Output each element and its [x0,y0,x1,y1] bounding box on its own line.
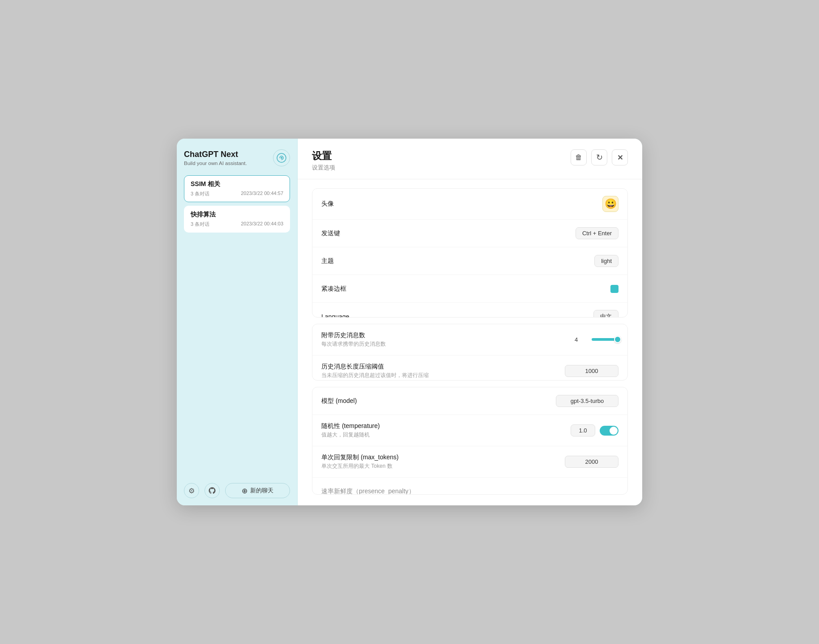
settings-section-model: 模型 (model) 随机性 (temperature) 值越大，回复越随机 [312,387,628,495]
max-tokens-label-block: 单次回复限制 (max_tokens) 单次交互所用的最大 Token 数 [321,453,399,470]
chat-item-count: 3 条对话 [191,221,209,228]
sidebar-footer: ⚙ ⊕ 新的聊天 [184,478,290,498]
settings-row-send-key: 发送键 Ctrl + Enter [312,220,627,247]
theme-chip[interactable]: light [594,255,619,267]
max-tokens-value [565,456,619,468]
presence-penalty-label: 速率新鲜度（presence_penalty） [321,487,415,495]
settings-row-max-tokens: 单次回复限制 (max_tokens) 单次交互所用的最大 Token 数 [312,446,627,478]
settings-title-block: 设置 设置选项 [312,149,335,172]
history-count-value: 4 [575,336,619,343]
history-count-sublabel: 每次请求携带的历史消息数 [321,340,386,348]
settings-title: 设置 [312,149,335,163]
compact-border-label: 紧凑边框 [321,285,346,293]
history-count-number: 4 [575,336,587,343]
settings-subtitle: 设置选项 [312,164,335,172]
sidebar-brand: ChatGPT Next Build your own AI assistant… [184,150,247,166]
history-compress-label-block: 历史消息长度压缩阈值 当未压缩的历史消息超过该值时，将进行压缩 [321,363,429,379]
model-input[interactable] [556,395,619,407]
settings-icon-button[interactable]: ⚙ [184,483,199,498]
chat-item[interactable]: 快排算法 3 条对话 2023/3/22 00:44:03 [184,206,290,233]
compact-border-value [610,285,619,293]
theme-label: 主题 [321,257,334,265]
delete-icon: 🗑 [575,153,582,161]
history-count-label-block: 附带历史消息数 每次请求携带的历史消息数 [321,331,386,348]
settings-row-temperature: 随机性 (temperature) 值越大，回复越随机 [312,415,627,446]
app-window: ChatGPT Next Build your own AI assistant… [177,139,642,505]
github-icon-button[interactable] [205,483,220,498]
max-tokens-label: 单次回复限制 (max_tokens) [321,453,399,462]
new-chat-plus-icon: ⊕ [242,487,247,495]
settings-row-avatar: 头像 😀 [312,189,627,220]
chat-list: SSIM 相关 3 条对话 2023/3/22 00:44:57 快排算法 3 … [184,175,290,470]
model-value [556,395,619,407]
send-key-chip[interactable]: Ctrl + Enter [576,227,619,239]
close-button[interactable]: ✕ [612,149,628,165]
language-label: Language [321,313,349,318]
history-count-slider[interactable] [592,338,619,341]
new-chat-label: 新的聊天 [250,487,273,495]
history-compress-sublabel: 当未压缩的历史消息超过该值时，将进行压缩 [321,372,429,379]
settings-section-history: 附带历史消息数 每次请求携带的历史消息数 4 [312,324,628,381]
send-key-value: Ctrl + Enter [576,227,619,239]
compact-border-toggle[interactable] [610,285,619,293]
temperature-value [571,424,619,436]
chat-item-meta: 3 条对话 2023/3/22 00:44:57 [191,191,283,197]
presence-penalty-label-block: 速率新鲜度（presence_penalty） [321,487,415,495]
chat-item-title: 快排算法 [191,211,283,219]
avatar-emoji[interactable]: 😀 [602,196,619,212]
temperature-sublabel: 值越大，回复越随机 [321,431,380,439]
language-chip[interactable]: 中文 [593,310,619,318]
refresh-button[interactable]: ↻ [591,149,607,165]
send-key-label: 发送键 [321,229,340,237]
settings-row-history-compress: 历史消息长度压缩阈值 当未压缩的历史消息超过该值时，将进行压缩 [312,356,627,381]
temperature-input[interactable] [571,424,595,436]
settings-row-history-count: 附带历史消息数 每次请求携带的历史消息数 4 [312,324,627,356]
main-content: 设置 设置选项 🗑 ↻ ✕ 头像 [298,139,642,505]
theme-value: light [594,255,619,267]
svg-point-1 [281,157,282,159]
history-compress-value [565,365,619,377]
close-icon: ✕ [617,153,623,162]
avatar-label: 头像 [321,200,334,208]
avatar-value: 😀 [602,196,619,212]
settings-section-ui: 头像 😀 发送键 Ctrl + Enter 主题 [312,188,628,318]
language-value: 中文 [593,310,619,318]
settings-row-language: Language 中文 [312,303,627,318]
temperature-label: 随机性 (temperature) [321,422,380,430]
temperature-slider-group [571,424,619,436]
new-chat-button[interactable]: ⊕ 新的聊天 [225,483,290,498]
model-label: 模型 (model) [321,397,357,405]
history-count-label: 附带历史消息数 [321,331,386,339]
chat-item-date: 2023/3/22 00:44:03 [241,221,283,228]
temperature-label-block: 随机性 (temperature) 值越大，回复越随机 [321,422,380,439]
chat-item-meta: 3 条对话 2023/3/22 00:44:03 [191,221,283,228]
settings-row-compact-border: 紧凑边框 [312,275,627,303]
app-logo [273,149,290,166]
sidebar-header: ChatGPT Next Build your own AI assistant… [184,149,290,166]
chat-item-count: 3 条对话 [191,191,209,197]
max-tokens-input[interactable] [565,456,619,468]
refresh-icon: ↻ [596,153,603,162]
app-subtitle: Build your own AI assistant. [184,161,247,166]
header-actions: 🗑 ↻ ✕ [571,149,628,165]
delete-button[interactable]: 🗑 [571,149,587,165]
settings-header: 设置 设置选项 🗑 ↻ ✕ [298,139,642,179]
history-compress-label: 历史消息长度压缩阈值 [321,363,429,371]
settings-body: 头像 😀 发送键 Ctrl + Enter 主题 [298,179,642,505]
temperature-toggle[interactable] [600,426,619,436]
settings-row-presence-penalty: 速率新鲜度（presence_penalty） [312,478,627,495]
history-count-slider-group: 4 [575,336,619,343]
app-title: ChatGPT Next [184,150,247,160]
sidebar: ChatGPT Next Build your own AI assistant… [177,139,298,505]
chat-item[interactable]: SSIM 相关 3 条对话 2023/3/22 00:44:57 [184,175,290,202]
history-compress-input[interactable] [565,365,619,377]
github-icon [208,487,216,495]
chat-item-date: 2023/3/22 00:44:57 [241,191,283,197]
chat-item-title: SSIM 相关 [191,180,283,188]
settings-row-theme: 主题 light [312,247,627,275]
settings-row-model: 模型 (model) [312,387,627,415]
max-tokens-sublabel: 单次交互所用的最大 Token 数 [321,462,399,470]
settings-icon: ⚙ [188,487,195,495]
